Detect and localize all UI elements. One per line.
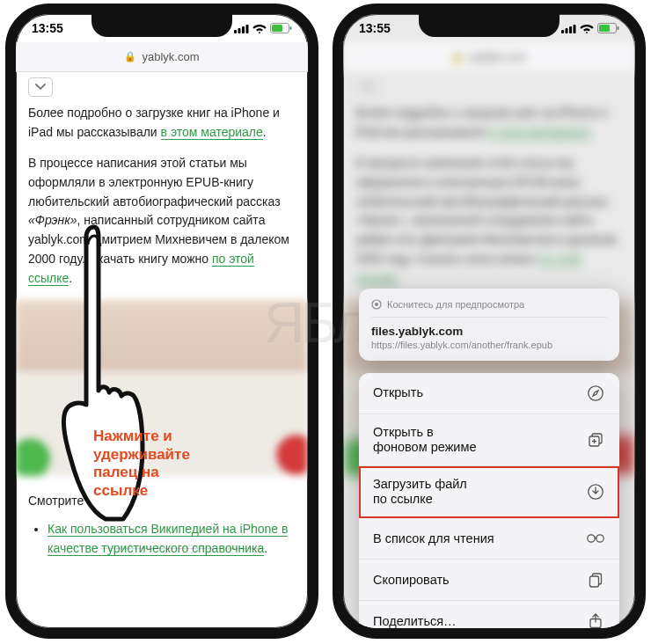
compass-icon	[586, 384, 605, 403]
url-domain: yablyk.com	[469, 50, 526, 63]
svg-rect-13	[618, 26, 619, 30]
status-time: 13:55	[359, 21, 391, 35]
share-icon	[586, 611, 605, 631]
status-icons	[234, 23, 292, 33]
lock-icon: 🔒	[451, 51, 464, 62]
menu-open-background[interactable]: Открыть вфоновом режиме	[359, 414, 619, 466]
url-bar: 🔒 yablyk.com	[343, 42, 635, 72]
svg-rect-8	[566, 28, 568, 33]
svg-rect-2	[242, 26, 245, 33]
svg-point-20	[588, 535, 595, 542]
paragraph-1: Более подробно о загрузке книг на iPhone…	[28, 104, 296, 142]
notch	[91, 12, 232, 37]
menu-share[interactable]: Поделиться…	[359, 601, 619, 639]
wifi-icon	[252, 23, 267, 33]
svg-rect-5	[272, 25, 282, 32]
chevron-down-icon	[35, 84, 46, 91]
menu-reading-list[interactable]: В список для чтения	[359, 518, 619, 560]
notch	[419, 12, 560, 37]
eye-icon	[371, 299, 382, 310]
phone-right: 13:55 🔒 yablyk.com Более подробно о загр…	[333, 4, 646, 639]
context-menu: Открыть Открыть вфоновом режиме Загрузит…	[359, 373, 619, 639]
glasses-icon	[586, 529, 605, 548]
svg-point-15	[375, 303, 378, 306]
url-bar[interactable]: 🔒 yablyk.com	[16, 42, 308, 72]
svg-rect-9	[569, 26, 572, 33]
cellular-icon	[234, 24, 249, 33]
menu-open[interactable]: Открыть	[359, 373, 619, 414]
svg-rect-10	[574, 25, 576, 33]
svg-point-21	[596, 535, 603, 542]
link-material[interactable]: в этом материале	[161, 125, 263, 140]
preview-hint: Коснитесь для предпросмотра	[371, 299, 607, 318]
svg-rect-12	[599, 25, 610, 32]
status-icons	[561, 23, 619, 33]
svg-rect-6	[290, 26, 292, 30]
link-preview-card[interactable]: Коснитесь для предпросмотра files.yablyk…	[359, 289, 619, 361]
stack-plus-icon	[586, 430, 605, 450]
menu-copy[interactable]: Скопировать	[359, 560, 619, 601]
preview-url: https://files.yablyk.com/another/frank.e…	[371, 340, 607, 350]
download-icon	[586, 482, 605, 501]
cellular-icon	[561, 24, 576, 33]
svg-rect-1	[238, 28, 241, 33]
preview-domain: files.yablyk.com	[371, 325, 607, 338]
collapse-toggle[interactable]	[28, 77, 53, 97]
svg-rect-3	[246, 25, 249, 33]
svg-rect-7	[561, 30, 564, 33]
copy-icon	[586, 570, 605, 589]
wifi-icon	[580, 23, 594, 33]
phone-left: 13:55 🔒 yablyk.com Более подробно о загр…	[5, 4, 318, 639]
status-time: 13:55	[32, 21, 63, 35]
svg-point-16	[589, 386, 603, 400]
url-domain: yablyk.com	[142, 50, 199, 63]
lock-icon: 🔒	[124, 51, 136, 62]
battery-icon	[270, 23, 292, 33]
battery-icon	[597, 23, 619, 33]
svg-rect-0	[234, 30, 237, 33]
instruction-callout: Нажмите и удерживайте палец на ссылке	[93, 428, 190, 501]
svg-rect-23	[590, 576, 599, 587]
menu-download-link[interactable]: Загрузить файлпо ссылке	[359, 466, 619, 518]
